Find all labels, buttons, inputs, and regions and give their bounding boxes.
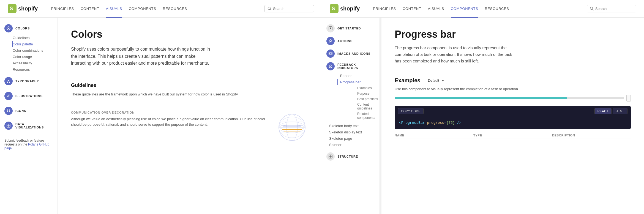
p2-subitem-content-guidelines[interactable]: Content guidelines [356, 102, 380, 111]
nav-resources[interactable]: RESOURCES [163, 6, 187, 12]
sidebar-item-accessibility[interactable]: Accessibility [12, 60, 58, 66]
page-intro-progress-bar: The progress bar component is used to vi… [395, 45, 516, 64]
props-col-name: NAME [395, 134, 473, 137]
p2-subitem-purpose[interactable]: Purpose [356, 91, 380, 96]
p2-item-skeleton-display[interactable]: Skeleton display text [326, 129, 380, 135]
divider-1 [71, 76, 309, 76]
divider-2 [71, 104, 309, 104]
search-input-visuals[interactable] [273, 7, 311, 11]
data-viz-icon [4, 122, 13, 130]
svg-text:S: S [332, 6, 335, 11]
nav-components[interactable]: COMPONENTS [129, 6, 156, 12]
copy-code-button[interactable]: COPY CODE [398, 108, 424, 114]
examples-label: Examples [395, 77, 420, 84]
svg-rect-7 [7, 109, 8, 111]
data-viz-section-title: DATA VISUALIZATIONS [15, 122, 53, 129]
feedback-items: Banner Progress bar Examples Purpose Bes… [322, 73, 380, 120]
sidebar-visuals: COLORS Guidelines Color palette Color co… [0, 18, 58, 214]
p2-feedback-header[interactable]: FEEDBACK INDICATORS [322, 60, 380, 73]
p2-section-structure[interactable]: STRUCTURE [322, 150, 380, 163]
p2-section-get-started[interactable]: GET STARTED [322, 22, 380, 35]
get-started-icon [326, 24, 335, 32]
svg-point-6 [8, 95, 9, 97]
logo-text: shopify [18, 6, 38, 12]
panel-visuals: S shopify PRINCIPLES CONTENT VISUALS COM… [0, 0, 322, 214]
sidebar-item-resources[interactable]: Resources [12, 66, 58, 73]
sidebar-section-data-viz-header[interactable]: DATA VISUALIZATIONS [0, 119, 58, 132]
sidebar-section-icons: ICONS [0, 105, 58, 117]
guidelines-body: These guidelines are the framework upon … [71, 92, 309, 97]
search-icon-visuals [268, 7, 271, 10]
main-content-visuals: Colors Shopify uses colors purposefully … [58, 18, 322, 214]
sidebar-section-typography-header[interactable]: A TYPOGRAPHY [0, 75, 58, 87]
examples-header: Examples Default [395, 77, 631, 84]
sidebar-item-color-combinations[interactable]: Color combinations [12, 47, 58, 54]
tab-html[interactable]: HTML [613, 108, 627, 114]
sidebar-item-color-usage[interactable]: Color usage [12, 54, 58, 60]
nav2-visuals[interactable]: VISUALS [428, 6, 444, 12]
svg-point-33 [330, 40, 331, 41]
panel-body-visuals: COLORS Guidelines Color palette Color co… [0, 18, 322, 214]
nav-visuals[interactable]: VISUALS [106, 6, 122, 12]
page-title-colors: Colors [71, 29, 309, 40]
sidebar-section-illustrations-header[interactable]: ILLUSTRATIONS [0, 90, 58, 102]
actions-label: ACTIONS [337, 39, 353, 43]
illustrations-icon [4, 92, 13, 100]
search-icon-components [590, 7, 594, 10]
colors-items: Guidelines Color palette Color combinati… [0, 35, 58, 73]
p2-item-progress-bar[interactable]: Progress bar [337, 79, 380, 85]
progress-bar-demo [395, 95, 631, 101]
svg-text:S: S [10, 6, 13, 11]
p2-item-skeleton-body[interactable]: Skeleton body text [326, 123, 380, 129]
examples-dropdown[interactable]: Default [425, 77, 447, 84]
nav2-content[interactable]: CONTENT [403, 6, 421, 12]
logo-visuals[interactable]: S shopify [8, 4, 38, 13]
get-started-label: GET STARTED [337, 27, 361, 30]
search-box-components[interactable] [587, 5, 636, 12]
sidebar-item-guidelines[interactable]: Guidelines [12, 35, 58, 41]
progress-bar-fill [395, 97, 567, 99]
code-tag-open: < [399, 121, 401, 125]
structure-items: Skeleton body text Skeleton display text… [322, 123, 380, 148]
svg-rect-9 [7, 111, 8, 112]
props-col-desc: DESCRIPTION [552, 134, 631, 137]
p2-subitem-related-components[interactable]: Related components [356, 111, 380, 120]
logo-components[interactable]: S shopify [330, 4, 360, 13]
communication-text: COMMUNICATION OVER DECORATION Although w… [71, 111, 267, 131]
sidebar-section-icons-header[interactable]: ICONS [0, 105, 58, 117]
p2-item-spinner[interactable]: Spinner [326, 142, 380, 148]
p2-section-images-icons[interactable]: IMAGES AND ICONS [322, 47, 380, 60]
p2-item-banner[interactable]: Banner [337, 73, 380, 79]
progress-bar-handle[interactable] [626, 95, 631, 101]
nav2-resources[interactable]: RESOURCES [485, 6, 509, 12]
page-title-progress-bar: Progress bar [395, 29, 631, 40]
nav-content[interactable]: CONTENT [81, 6, 99, 12]
tab-react[interactable]: REACT [594, 108, 612, 114]
nav-principles[interactable]: PRINCIPLES [51, 6, 74, 12]
typography-icon: A [4, 77, 13, 85]
images-icons-label: IMAGES AND ICONS [337, 52, 370, 55]
search-input-components[interactable] [595, 7, 633, 11]
nav2-components[interactable]: COMPONENTS [451, 6, 478, 12]
examples-desc: Use this component to visually represent… [395, 87, 631, 91]
sidebar-section-illustrations: ILLUSTRATIONS [0, 90, 58, 102]
communication-label: COMMUNICATION OVER DECORATION [71, 111, 267, 114]
props-col-type: TYPE [473, 134, 552, 137]
p2-subitem-examples[interactable]: Examples [356, 85, 380, 91]
search-box-visuals[interactable] [264, 5, 314, 12]
p2-item-skeleton-page[interactable]: Skeleton page [326, 135, 380, 142]
sidebar-section-data-viz: DATA VISUALIZATIONS [0, 119, 58, 132]
code-body: <ProgressBar progress={75} /> [395, 116, 631, 129]
nav2-principles[interactable]: PRINCIPLES [373, 6, 396, 12]
actions-icon [326, 37, 335, 45]
p2-section-actions[interactable]: ACTIONS [322, 35, 380, 47]
nav-links-components: PRINCIPLES CONTENT VISUALS COMPONENTS RE… [373, 6, 509, 12]
colors-section-title: COLORS [15, 27, 30, 30]
sidebar-item-color-palette[interactable]: Color palette [12, 41, 58, 47]
communication-body: Although we value an aesthetically pleas… [71, 116, 267, 128]
svg-point-5 [8, 28, 9, 29]
sidebar-section-colors-header[interactable]: COLORS [0, 22, 58, 35]
p2-subitem-best-practices[interactable]: Best practices [356, 96, 380, 102]
progress-bar-subitems: Examples Purpose Best practices Content … [337, 85, 380, 120]
nav-links-visuals: PRINCIPLES CONTENT VISUALS COMPONENTS RE… [51, 6, 187, 12]
